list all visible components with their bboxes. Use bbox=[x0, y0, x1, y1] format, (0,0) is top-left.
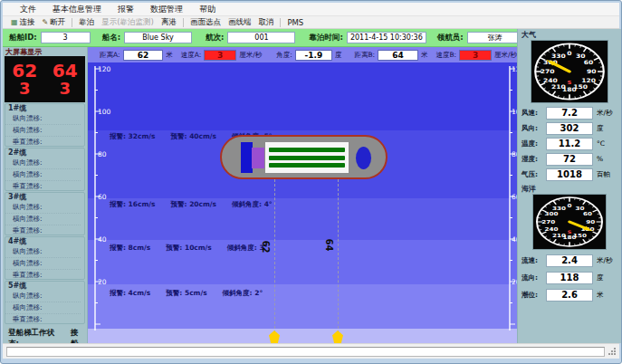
drift-row-label: 横向漂移: bbox=[5, 258, 81, 270]
zone-alarm-threshold: 报警: 8cm/s bbox=[110, 244, 150, 253]
toolbar-button-0[interactable]: ▦连接 bbox=[7, 17, 39, 28]
ship-superstructure-block bbox=[252, 148, 264, 168]
svg-text:60: 60 bbox=[98, 193, 107, 201]
deck-stripe bbox=[269, 148, 345, 152]
drift-row-label: 纵向漂移: bbox=[5, 113, 81, 125]
toolbar-button-1[interactable]: ✎断开 bbox=[39, 17, 70, 28]
menu-item-4[interactable]: 帮助 bbox=[191, 3, 224, 16]
info-field-0: 船舶ID:3 bbox=[9, 32, 91, 43]
info-field-value[interactable]: 2011-4-15 10:30:36 bbox=[347, 32, 426, 43]
measurement-distance-label: 64 bbox=[324, 239, 334, 252]
ocean-value: 2.4 bbox=[546, 254, 593, 267]
toolbar-button-9[interactable]: 取消 bbox=[254, 17, 277, 28]
atmosphere-value: 302 bbox=[546, 122, 593, 135]
svg-text:270: 270 bbox=[541, 219, 556, 225]
readout-value-alarm: 3 bbox=[204, 50, 236, 61]
alarm-zone-labels-3: 报警: 4cm/s预警: 5cm/s倾斜角度: 2° bbox=[110, 289, 263, 298]
drift-row-label: 纵向漂移: bbox=[5, 158, 81, 169]
toolbar-button-5[interactable]: 离港 bbox=[158, 17, 180, 28]
toolbar-button-11[interactable]: PMS bbox=[283, 17, 307, 28]
measurement-distance-label: 62 bbox=[261, 241, 271, 254]
toolbar-button-label: PMS bbox=[287, 18, 303, 27]
info-field-label: 靠泊时间: bbox=[309, 33, 342, 43]
svg-text:20: 20 bbox=[512, 278, 517, 286]
ocean-label: 流向: bbox=[522, 273, 546, 283]
led-value: 64 bbox=[45, 62, 86, 81]
svg-text:30: 30 bbox=[576, 206, 586, 211]
toolbar-button-7[interactable]: 画面选点 bbox=[187, 17, 225, 28]
ocean-label: 潮位: bbox=[522, 291, 546, 300]
toolbar-button-label: 取消 bbox=[258, 17, 273, 28]
atmosphere-row-2: 温度:11.2°C bbox=[522, 137, 617, 150]
svg-text:S: S bbox=[568, 80, 572, 85]
toolbar-button-label: 显示(靠泊监测) bbox=[101, 17, 154, 28]
atmosphere-row-0: 风速:7.2米/秒 bbox=[522, 106, 617, 120]
cable-group-1: 1#缆纵向漂移:横向漂移:垂直漂移: bbox=[5, 103, 85, 147]
info-field-label: 船名: bbox=[102, 33, 120, 43]
svg-text:210: 210 bbox=[552, 233, 567, 238]
compass-dial: 0306090120150180210240270300330S bbox=[533, 195, 606, 249]
atmosphere-value: 7.2 bbox=[546, 107, 593, 120]
big-screen-display: 626433 bbox=[5, 56, 85, 102]
atmosphere-row-1: 风向:302度 bbox=[522, 121, 617, 135]
toolbar: ▦连接✎断开靠泊显示(靠泊监测)离港画面选点画线端取消PMS bbox=[3, 16, 619, 29]
readout-value: -1.9 bbox=[295, 50, 332, 61]
info-field-4: 领航员:张涛 bbox=[437, 32, 523, 43]
ship-bow-ellipse bbox=[356, 147, 371, 169]
info-field-label: 领航员: bbox=[437, 33, 464, 43]
info-field-value[interactable]: 001 bbox=[227, 32, 295, 43]
svg-text:300: 300 bbox=[544, 211, 559, 216]
led-value: 3 bbox=[5, 81, 45, 98]
cable-group-2: 2#缆纵向漂移:横向漂移:垂直漂移: bbox=[5, 148, 85, 191]
svg-text:90: 90 bbox=[587, 69, 597, 75]
ship-deck bbox=[265, 142, 349, 173]
toolbar-button-3[interactable]: 靠泊 bbox=[75, 17, 98, 28]
svg-text:40: 40 bbox=[512, 235, 517, 244]
drift-row-label: 垂直漂移: bbox=[5, 270, 81, 280]
info-field-2: 航次:001 bbox=[206, 32, 295, 43]
readout-unit: 米 bbox=[421, 51, 428, 60]
led-row: 6264 bbox=[5, 62, 85, 81]
info-field-label: 航次: bbox=[206, 33, 224, 43]
readout-label: 距离A: bbox=[100, 51, 120, 60]
ocean-value: 118 bbox=[546, 272, 593, 284]
toolbar-button-label: 断开 bbox=[50, 17, 65, 28]
zone-warning-threshold: 预警: 20cm/s bbox=[171, 200, 217, 209]
menu-item-0[interactable]: 文件 bbox=[12, 3, 44, 16]
readout-label: 速度B: bbox=[435, 51, 456, 60]
svg-text:100: 100 bbox=[98, 108, 111, 116]
readout-value: 62 bbox=[123, 50, 164, 61]
atmosphere-label: 气压: bbox=[522, 170, 546, 179]
ocean-row-2: 潮位:2.6米 bbox=[522, 288, 617, 302]
svg-text:40: 40 bbox=[98, 235, 107, 244]
ocean-row-0: 流速:2.4米/秒 bbox=[522, 254, 617, 267]
cable-group-4: 4#缆纵向漂移:横向漂移:垂直漂移: bbox=[5, 236, 85, 280]
svg-text:0: 0 bbox=[567, 203, 572, 208]
deck-stripe bbox=[269, 156, 345, 160]
info-field-value[interactable]: 张涛 bbox=[467, 32, 523, 43]
svg-text:210: 210 bbox=[551, 84, 566, 91]
svg-text:60: 60 bbox=[512, 193, 517, 201]
atmosphere-value: 1018 bbox=[546, 168, 593, 181]
toolbar-separator bbox=[72, 18, 72, 27]
cable-drift-groups: 1#缆纵向漂移:横向漂移:垂直漂移:2#缆纵向漂移:横向漂移:垂直漂移:3#缆纵… bbox=[3, 103, 87, 324]
menu-item-3[interactable]: 数据管理 bbox=[142, 3, 191, 16]
info-field-value[interactable]: Blue Sky bbox=[124, 32, 192, 43]
disconnect-icon: ✎ bbox=[43, 19, 49, 26]
zone-tilt-angle: 倾斜角度: 2° bbox=[223, 289, 263, 298]
atmosphere-label: 湿度: bbox=[522, 155, 546, 164]
readout-value-alarm: 3 bbox=[459, 50, 492, 61]
menu-item-1[interactable]: 基本信息管理 bbox=[44, 3, 110, 16]
atmosphere-unit: % bbox=[597, 155, 603, 163]
ocean-row-1: 流向:118度 bbox=[522, 271, 617, 284]
ocean-title: 海洋 bbox=[518, 183, 621, 193]
toolbar-button-8[interactable]: 画线端 bbox=[225, 17, 255, 28]
info-field-value[interactable]: 3 bbox=[41, 32, 91, 43]
resize-grip[interactable] bbox=[608, 347, 617, 356]
left-sidebar: 大屏幕显示 626433 1#缆纵向漂移:横向漂移:垂直漂移:2#缆纵向漂移:横… bbox=[3, 47, 88, 343]
readout-label: 距离B: bbox=[354, 51, 375, 60]
atmosphere-row-4: 气压:1018百帕 bbox=[522, 168, 617, 181]
led-row: 33 bbox=[5, 81, 85, 98]
menu-item-2[interactable]: 报警 bbox=[110, 3, 142, 16]
toolbar-button-label: 连接 bbox=[20, 17, 35, 28]
